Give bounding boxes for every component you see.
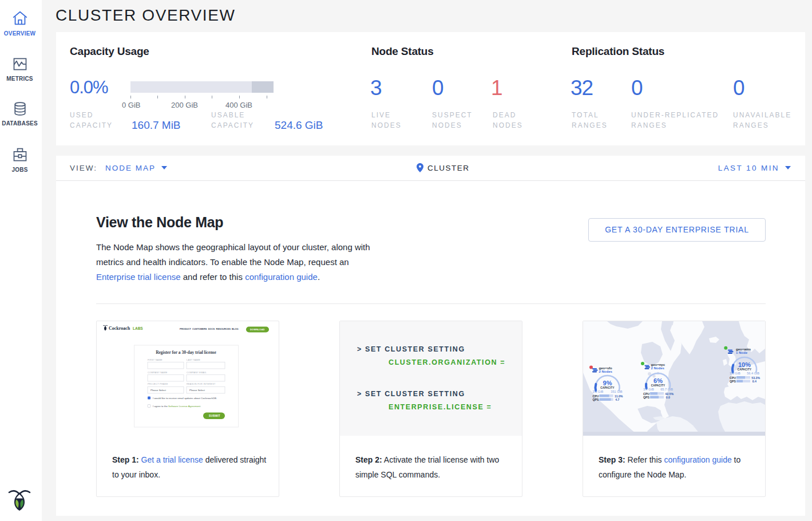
svg-text:Cockroach: Cockroach xyxy=(109,326,130,331)
svg-text:0.4: 0.4 xyxy=(752,380,756,383)
svg-text:LAST NAME: LAST NAME xyxy=(187,359,200,361)
svg-text:FIRST NAME: FIRST NAME xyxy=(148,359,163,361)
svg-text:351 GiB: 351 GiB xyxy=(611,390,622,393)
svg-text:11.0%: 11.0% xyxy=(615,394,623,398)
svg-text:REASON FOR INTEREST: REASON FOR INTEREST xyxy=(187,383,216,385)
svg-text:CPU: CPU xyxy=(593,394,599,398)
svg-text:PRODUCT CUSTOMERS DOCS RESO: PRODUCT CUSTOMERS DOCS RESOURCES BLOG xyxy=(180,327,239,330)
svg-text:geo=ams: geo=ams xyxy=(736,348,751,351)
svg-text:4.7: 4.7 xyxy=(615,398,619,401)
svg-text:DOWNLOAD: DOWNLOAD xyxy=(250,328,265,331)
svg-text:0.0: 0.0 xyxy=(666,396,670,399)
svg-text:9%: 9% xyxy=(603,380,612,386)
svg-text:2 Nodes: 2 Nodes xyxy=(599,370,613,373)
svg-text:56.4 GiB: 56.4 GiB xyxy=(747,372,759,375)
svg-text:1 Node: 1 Node xyxy=(736,351,748,354)
svg-text:3.7 GiB: 3.7 GiB xyxy=(643,388,654,391)
svg-text:3.2 GiB: 3.2 GiB xyxy=(593,390,604,393)
svg-text:COMPANY NAME: COMPANY NAME xyxy=(148,372,168,374)
svg-text:65.7 GiB: 65.7 GiB xyxy=(660,388,673,391)
svg-text:6%: 6% xyxy=(653,377,663,384)
svg-text:Please Select: Please Select xyxy=(150,389,167,392)
svg-text:QPS: QPS xyxy=(643,396,649,399)
svg-text:PROJECT PHASE: PROJECT PHASE xyxy=(148,383,168,385)
svg-text:SUBMIT: SUBMIT xyxy=(209,415,220,417)
svg-text:10%: 10% xyxy=(738,361,751,368)
svg-text:53.3%: 53.3% xyxy=(751,376,760,380)
svg-text:geo=nyc: geo=nyc xyxy=(651,363,666,366)
svg-text:QPS: QPS xyxy=(730,380,736,383)
svg-text:42.5%: 42.5% xyxy=(665,392,674,396)
svg-text:CAPACITY: CAPACITY xyxy=(600,386,615,389)
svg-text:Register for a 30-day trial li: Register for a 30-day trial license xyxy=(156,350,216,355)
svg-text:LABS: LABS xyxy=(133,326,143,330)
svg-text:2 Nodes: 2 Nodes xyxy=(651,366,665,370)
svg-text:3.6 GiB: 3.6 GiB xyxy=(730,372,740,375)
svg-text:Please Select: Please Select xyxy=(189,389,205,392)
svg-text:CAPACITY: CAPACITY xyxy=(738,368,752,371)
svg-text:I agree to the Software Licens: I agree to the Software License Agreemen… xyxy=(153,405,201,408)
svg-text:geo=sfo: geo=sfo xyxy=(599,366,613,370)
svg-text:COMPANY EMAIL: COMPANY EMAIL xyxy=(187,372,207,374)
svg-text:QPS: QPS xyxy=(593,398,599,401)
svg-text:CAPACITY: CAPACITY xyxy=(651,384,666,387)
svg-text:CPU: CPU xyxy=(643,392,649,396)
svg-text:I would like to receive email: I would like to receive email updates ab… xyxy=(153,397,217,400)
svg-text:CPU: CPU xyxy=(730,376,736,380)
